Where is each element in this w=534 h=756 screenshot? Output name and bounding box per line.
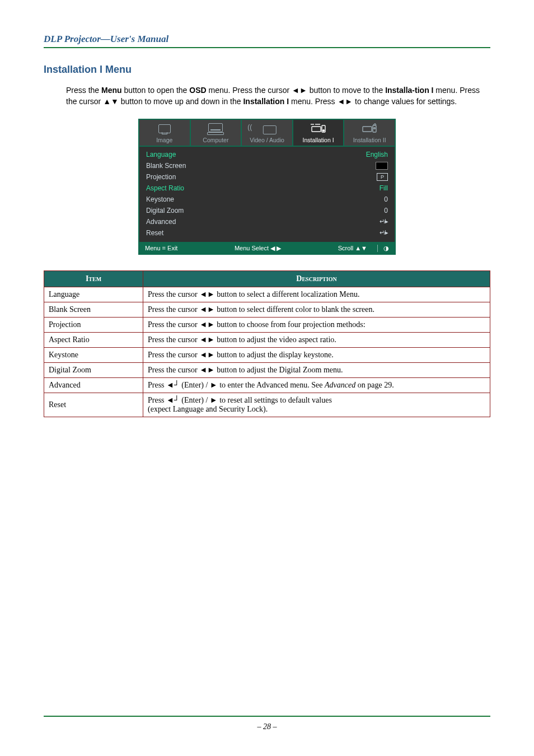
osd-footer-right: Scroll ▲▼ ◑ — [338, 245, 389, 252]
table-cell-description: Press the cursor ◄► button to select dif… — [143, 302, 490, 317]
intro-text: button to open the — [122, 86, 190, 95]
table-cell-description: Press the cursor ◄► button to adjust the… — [143, 332, 490, 347]
osd-row-blank-screen: Blank Screen — [146, 160, 388, 171]
table-row: LanguagePress the cursor ◄► button to se… — [44, 287, 490, 302]
osd-body: Language English Blank Screen Projection… — [139, 147, 395, 242]
intro-bold-menu: Menu — [101, 86, 122, 95]
osd-row-label: Advanced — [146, 218, 176, 226]
table-cell-item: Projection — [44, 317, 143, 332]
page-header: DLP Projector—User's Manual — [44, 34, 490, 48]
blank-screen-swatch — [376, 162, 388, 170]
installation-1-tab-icon — [294, 123, 343, 136]
osd-row-value: English — [366, 151, 388, 158]
osd-footer-right-text: Scroll ▲▼ — [338, 245, 367, 251]
table-row: Digital ZoomPress the cursor ◄► button t… — [44, 362, 490, 377]
osd-row-keystone: Keystone 0 — [146, 194, 388, 205]
osd-tab-label: Computer — [203, 137, 228, 143]
image-tab-icon — [140, 123, 189, 136]
osd-row-aspect-ratio: Aspect Ratio Fill — [146, 183, 388, 194]
osd-row-digital-zoom: Digital Zoom 0 — [146, 205, 388, 216]
osd-row-label: Blank Screen — [146, 162, 186, 170]
osd-tab-video-audio: Video / Audio — [242, 120, 293, 146]
osd-footer-left: Menu = Exit — [145, 245, 177, 251]
osd-tab-label: Installation II — [353, 137, 386, 143]
osd-row-label: Language — [146, 151, 176, 158]
table-cell-item: Reset — [44, 393, 143, 417]
svg-rect-5 — [363, 127, 372, 132]
table-row: AdvancedPress ◄┘ (Enter) / ► to enter th… — [44, 377, 490, 393]
osd-tab-label: Image — [156, 137, 172, 143]
footer-rule — [44, 716, 490, 717]
table-row: Blank ScreenPress the cursor ◄► button t… — [44, 302, 490, 317]
video-audio-tab-icon — [243, 123, 291, 136]
intro-text: menu. Press the cursor ◄► button to move… — [207, 86, 386, 95]
intro-bold-installation: Installa-tion I — [385, 86, 433, 95]
table-cell-item: Advanced — [44, 377, 143, 393]
table-cell-item: Digital Zoom — [44, 362, 143, 377]
table-cell-description: Press the cursor ◄► button to adjust the… — [143, 347, 490, 362]
intro-paragraph: Press the Menu button to open the OSD me… — [66, 85, 490, 108]
help-icon: ◑ — [377, 245, 389, 252]
intro-text: menu. Press ◄► to change values for sett… — [289, 97, 457, 106]
section-title: Installation I Menu — [44, 64, 490, 76]
osd-row-label: Digital Zoom — [146, 207, 184, 214]
enter-submenu-icon: ↵/▸ — [380, 229, 388, 236]
table-cell-item: Keystone — [44, 347, 143, 362]
osd-tab-computer: Computer — [191, 120, 242, 146]
osd-tab-installation-1: Installation I — [293, 120, 345, 146]
projection-mode-icon: P — [377, 173, 388, 181]
osd-row-label: Reset — [146, 229, 163, 237]
osd-row-value: 0 — [384, 207, 388, 214]
table-cell-description: Press the cursor ◄► button to select a d… — [143, 287, 490, 302]
osd-tab-label: Video / Audio — [250, 137, 284, 143]
intro-bold-installation-2: Installation I — [243, 97, 289, 106]
installation-2-tab-icon — [345, 123, 394, 136]
page-number: – 28 – — [0, 722, 534, 731]
table-row: ProjectionPress the cursor ◄► button to … — [44, 317, 490, 332]
table-cell-item: Language — [44, 287, 143, 302]
svg-point-7 — [374, 127, 376, 129]
osd-row-label: Keystone — [146, 195, 174, 203]
svg-rect-0 — [312, 127, 321, 132]
osd-row-reset: Reset ↵/▸ — [146, 227, 388, 239]
svg-point-2 — [322, 129, 324, 131]
enter-submenu-icon: ↵/▸ — [380, 218, 388, 225]
table-cell-description: Press the cursor ◄► button to adjust the… — [143, 362, 490, 377]
osd-row-label: Projection — [146, 173, 176, 181]
osd-row-advanced: Advanced ↵/▸ — [146, 216, 388, 227]
table-row: Aspect RatioPress the cursor ◄► button t… — [44, 332, 490, 347]
osd-row-label: Aspect Ratio — [146, 184, 184, 192]
osd-footer: Menu = Exit Menu Select ◀ ▶ Scroll ▲▼ ◑ — [139, 242, 395, 254]
table-head-item: Item — [44, 270, 143, 287]
osd-row-language: Language English — [146, 149, 388, 160]
osd-menu-screenshot: Image Computer Video / Audio Installatio… — [138, 119, 396, 255]
osd-row-value: 0 — [384, 195, 388, 203]
osd-tabs: Image Computer Video / Audio Installatio… — [139, 120, 395, 147]
osd-row-value: Fill — [380, 184, 388, 192]
intro-text: Press the — [66, 86, 101, 95]
table-head-description: Description — [143, 270, 490, 287]
osd-tab-label: Installation I — [303, 137, 334, 143]
table-cell-description: Press ◄┘ (Enter) / ► to enter the Advanc… — [143, 377, 490, 393]
table-row: ResetPress ◄┘ (Enter) / ► to reset all s… — [44, 393, 490, 417]
osd-tab-installation-2: Installation II — [344, 120, 395, 146]
table-cell-description: Press ◄┘ (Enter) / ► to reset all settin… — [143, 393, 490, 417]
table-cell-item: Blank Screen — [44, 302, 143, 317]
table-cell-description: Press the cursor ◄► button to choose fro… — [143, 317, 490, 332]
osd-footer-mid: Menu Select ◀ ▶ — [235, 245, 281, 252]
table-cell-item: Aspect Ratio — [44, 332, 143, 347]
computer-tab-icon — [192, 123, 240, 136]
table-row: KeystonePress the cursor ◄► button to ad… — [44, 347, 490, 362]
osd-tab-image: Image — [139, 120, 191, 146]
intro-bold-osd: OSD — [189, 86, 206, 95]
osd-row-projection: Projection P — [146, 171, 388, 183]
description-table: Item Description LanguagePress the curso… — [44, 270, 490, 417]
